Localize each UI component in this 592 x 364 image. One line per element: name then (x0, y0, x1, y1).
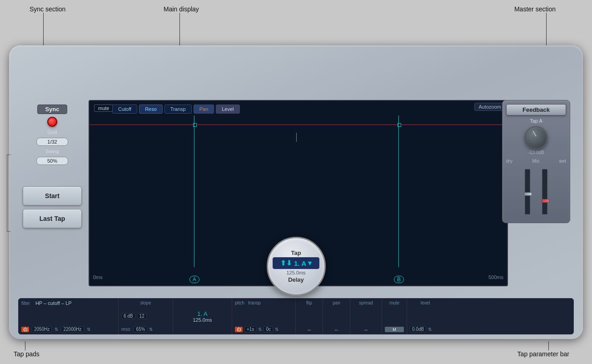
sync-section: Sync Grid 1/32 Swing 50% (23, 105, 82, 165)
marker-a[interactable]: A (189, 276, 199, 283)
time-start: 0ms (93, 274, 103, 280)
transp-label: transp (248, 300, 261, 305)
hp-stepper-icon: ⇅ (55, 327, 58, 332)
tap-a-label: Tap A (506, 118, 566, 124)
line-b (398, 115, 399, 267)
mix-header: dry Mix wet (506, 159, 566, 164)
selector-arrow-left: ⬆⬇ (280, 259, 292, 267)
selector-arrow-right: ▾ (308, 259, 312, 267)
pan-label: pan (326, 300, 347, 305)
reso-stepper-icon: ⇅ (149, 327, 153, 332)
pitch-section: pitch transp ⏻ +1s ⇅ 0c ⇅ (232, 299, 296, 334)
tap-circle-ms: 125.0ms (286, 270, 305, 275)
wet-label: wet (559, 159, 566, 164)
wet-slider-track (542, 169, 547, 214)
feedback-button[interactable]: Feedback (506, 104, 566, 115)
mute-label[interactable]: mute (94, 105, 113, 112)
selector-value: 1. A (294, 259, 306, 267)
pitch-cent-icon: ⇅ (275, 327, 279, 332)
mute-button[interactable]: M (385, 327, 404, 332)
start-button[interactable]: Start (23, 186, 82, 205)
line-a (194, 115, 194, 267)
dry-label: dry (506, 159, 512, 164)
filter-type: HP – cutoff – LP (35, 300, 72, 306)
pitch-cent[interactable]: 0c (264, 326, 273, 332)
center-tick (296, 133, 297, 142)
level-stepper-icon: ⇅ (428, 327, 432, 332)
reso-value[interactable]: 65% (134, 326, 147, 332)
feedback-knob[interactable] (525, 126, 547, 149)
grid-value[interactable]: 1/32 (36, 138, 68, 146)
filter-power-button[interactable]: ⏻ (21, 327, 29, 332)
hp-value[interactable]: 2050Hz (32, 326, 52, 332)
knob-value: -13.0dB (528, 150, 544, 155)
tab-level[interactable]: Level (216, 105, 239, 114)
lp-stepper-icon: ⇅ (87, 327, 90, 332)
pan-value: -- (326, 327, 347, 332)
spread-label: spread (353, 300, 379, 305)
knob-container: -13.0dB (506, 126, 566, 155)
tap-selector-section: 1. A 125.0ms (173, 299, 232, 334)
mute-param-label: mute (385, 300, 404, 305)
slope-num-value[interactable]: 12 (137, 313, 147, 319)
tab-pan[interactable]: Pan (194, 105, 214, 114)
annotation-main-display: Main display (164, 5, 199, 13)
tap-selector-value[interactable]: 1. A (176, 310, 229, 317)
dry-slider-thumb[interactable] (524, 192, 532, 196)
spread-value: -- (353, 327, 379, 332)
param-bar: filter HP – cutoff – LP ⏻ 2050Hz ⇅ 22000… (18, 298, 574, 334)
sync-label: Sync (37, 105, 67, 114)
pan-section: pan -- (323, 299, 350, 334)
lp-value[interactable]: 22000Hz (61, 326, 84, 332)
swing-label: Swing (45, 149, 59, 154)
annotation-master: Master section (514, 5, 556, 13)
red-line (90, 125, 507, 125)
tap-ms-value[interactable]: 125.0ms (176, 317, 229, 323)
sync-radio[interactable] (47, 117, 57, 127)
filter-label: filter (21, 301, 30, 306)
slope-db-value[interactable]: 6 dB (121, 313, 135, 319)
flip-value: -- (298, 327, 320, 332)
device-body: Sync Grid 1/32 Swing 50% Start Last Tap … (9, 45, 583, 339)
slope-section: slope 6 dB 12 reso 65% ⇅ (119, 299, 173, 334)
tab-transp[interactable]: Transp (164, 105, 192, 114)
annotation-tap-pads: Tap pads (14, 350, 40, 358)
dry-slider-track (525, 169, 530, 214)
swing-value[interactable]: 50% (36, 157, 68, 165)
pitch-semitone[interactable]: +1s (244, 326, 256, 332)
wet-slider-thumb[interactable] (541, 199, 549, 203)
tap-delay-circle[interactable]: Tap ⬆⬇ 1. A ▾ 125.0ms Delay (267, 237, 326, 296)
mix-sliders (506, 165, 566, 219)
pitch-power-button[interactable]: ⏻ (235, 327, 243, 332)
grid-label: Grid (48, 130, 57, 135)
tab-cutoff[interactable]: Cutoff (112, 105, 137, 114)
tap-buttons: Start Last Tap (23, 186, 82, 228)
level-section: level 0.0dB ⇅ (407, 299, 443, 334)
mix-section: dry Mix wet (506, 159, 566, 219)
autozoom-button[interactable]: Autozoom (474, 103, 505, 111)
level-label: level (410, 300, 441, 305)
tab-reso[interactable]: Reso (139, 105, 163, 114)
annotation-sync: Sync section (30, 5, 65, 13)
time-end: 500ms (488, 274, 503, 280)
master-section: Feedback Tap A -13.0dB dry Mix wet (502, 100, 570, 223)
flip-label: flip (298, 300, 320, 305)
marker-b[interactable]: B (394, 276, 404, 283)
mute-section: mute M (382, 299, 407, 334)
pitch-label: pitch (235, 300, 244, 305)
tap-circle-bottom-label: Delay (288, 276, 304, 283)
filter-section: filter HP – cutoff – LP ⏻ 2050Hz ⇅ 22000… (19, 299, 119, 334)
reso-label: reso (121, 327, 130, 332)
pitch-semitone-icon: ⇅ (258, 327, 262, 332)
mix-label: Mix (532, 159, 539, 164)
last-tap-button[interactable]: Last Tap (23, 209, 82, 228)
annotation-tap-parameter-bar: Tap parameter bar (517, 350, 569, 358)
flip-section: flip -- (296, 299, 323, 334)
slope-label: slope (121, 300, 170, 305)
tap-circle-top-label: Tap (291, 249, 301, 256)
tap-circle-selector[interactable]: ⬆⬇ 1. A ▾ (273, 257, 319, 269)
level-value[interactable]: 0.0dB (410, 326, 426, 332)
spread-section: spread -- (350, 299, 382, 334)
display-tabs: Cutoff Reso Transp Pan Level (112, 101, 480, 115)
